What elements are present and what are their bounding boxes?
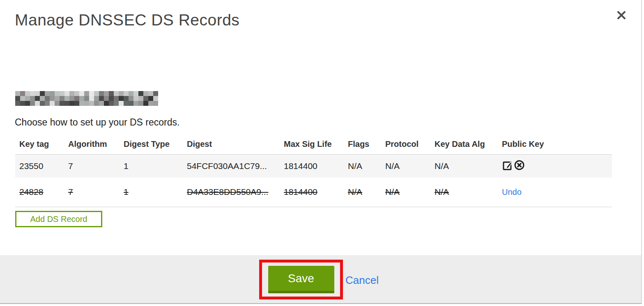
ds-records-table: Key tag Algorithm Digest Type Digest Max… xyxy=(15,135,612,207)
cell-algorithm: 7 xyxy=(64,178,120,207)
cell-flags: N/A xyxy=(344,178,381,207)
red-annotation-box: Save xyxy=(259,260,343,299)
page-title: Manage DNSSEC DS Records xyxy=(15,11,239,29)
cell-max-sig-life: 1814400 xyxy=(280,178,344,207)
cell-key-tag: 24828 xyxy=(15,178,64,207)
cancel-link[interactable]: Cancel xyxy=(345,274,379,287)
col-header-key-data-alg: Key Data Alg xyxy=(430,135,498,154)
cell-digest: 54FCF030AA1C79... xyxy=(183,154,280,178)
table-header-row: Key tag Algorithm Digest Type Digest Max… xyxy=(15,135,612,154)
cell-algorithm: 7 xyxy=(64,154,120,178)
delete-circle-x-icon[interactable] xyxy=(514,160,525,173)
cell-digest: D4A33E8DD550A9... xyxy=(183,178,280,207)
undo-link[interactable]: Undo xyxy=(502,187,523,196)
row-actions xyxy=(498,154,612,178)
cell-digest-type: 1 xyxy=(120,178,183,207)
col-header-max-sig-life: Max Sig Life xyxy=(280,135,344,154)
col-header-algorithm: Algorithm xyxy=(64,135,120,154)
cell-max-sig-life: 1814400 xyxy=(280,154,344,178)
cell-key-data-alg: N/A xyxy=(430,154,498,178)
row-actions: Undo xyxy=(498,178,612,207)
cell-key-data-alg: N/A xyxy=(430,178,498,207)
col-header-key-tag: Key tag xyxy=(15,135,64,154)
cell-key-tag: 23550 xyxy=(15,154,64,178)
manage-dnssec-dialog: Manage DNSSEC DS Records Choose how to s… xyxy=(0,0,642,304)
save-button[interactable]: Save xyxy=(268,266,334,293)
table-row: 23550 7 1 54FCF030AA1C79... 1814400 N/A … xyxy=(15,154,612,178)
col-header-digest-type: Digest Type xyxy=(120,135,183,154)
ds-records-instruction: Choose how to set up your DS records. xyxy=(15,117,179,128)
cell-protocol: N/A xyxy=(381,154,430,178)
col-header-public-key: Public Key xyxy=(498,135,612,154)
close-icon[interactable] xyxy=(615,9,628,21)
col-header-protocol: Protocol xyxy=(381,135,430,154)
cell-flags: N/A xyxy=(344,154,381,178)
dialog-footer: Save Cancel xyxy=(0,255,641,303)
table-row-deleted: 24828 7 1 D4A33E8DD550A9... 1814400 N/A … xyxy=(15,178,612,207)
cell-digest-type: 1 xyxy=(120,154,183,178)
col-header-digest: Digest xyxy=(183,135,280,154)
edit-icon[interactable] xyxy=(502,160,513,173)
add-ds-record-button[interactable]: Add DS Record xyxy=(15,211,102,227)
redacted-domain-name xyxy=(15,91,158,106)
col-header-flags: Flags xyxy=(344,135,381,154)
cell-protocol: N/A xyxy=(381,178,430,207)
